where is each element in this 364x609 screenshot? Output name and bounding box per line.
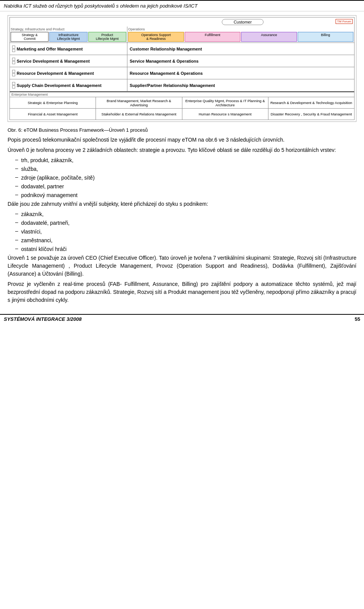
enterprise-label: Enterprise Management [10,92,354,97]
tmforum-logo: TM Forum [336,19,353,24]
marketing-cell: Marketing and Offer Management [10,43,127,55]
research-dev-cell: Research & Development & Technology Acqu… [268,97,354,108]
strategy-box-commit: Strategy &Commit [11,32,49,42]
human-resources-cell: Human Resource s Management [182,109,268,120]
stakeholder-cell: Stakeholder & External Relations Managem… [96,109,182,120]
para-1-text: Popis procesů telekomunikační společnost… [8,137,284,143]
paragraph-1: Popis procesů telekomunikační společnost… [8,136,356,144]
list-item-8: – vlastníci, [15,228,356,236]
customer-label: Customer [222,19,264,25]
ops-box-assurance: Assurance [241,32,297,42]
dash-7: – [15,219,18,225]
para-3-text: Úroveň 1 se považuje za úroveň CEO (Chie… [8,255,356,277]
list-item-6: – zákazník, [15,210,356,218]
list-text-8: vlastníci, [21,228,42,236]
supply-chain-label: Supply Chain Development & Management [17,83,102,88]
ops-label: Operations [128,27,353,31]
para-2-text: Úroveň 0 je tvořena procesy ve 2 základn… [8,147,336,153]
list-text-1: trh, produkt, zákazník, [21,156,74,164]
dash-10: – [15,245,18,251]
list-text-9: zaměstnanci, [21,237,52,245]
small-boxes-left-4 [12,82,15,89]
page-header: Nabídka ICT služeb od různých typů posky… [0,0,364,11]
list-item-5: – podnikový management [15,191,356,199]
crm-cell: Customer Relationship Management [127,43,354,55]
list-1: – trh, produkt, zákazník, – služba, – zd… [8,156,356,199]
list-text-10: ostatní klíčoví hráči [21,245,67,253]
small-box [12,70,15,73]
diagram-container: TM Forum Customer Strategy, Infrastructu… [8,15,356,122]
process-row-1: Marketing and Offer Management Customer … [10,43,354,55]
list-text-4: dodavatel, partner [21,183,64,191]
dash-8: – [15,228,18,234]
main-content: TM Forum Customer Strategy, Infrastructu… [0,11,364,310]
small-box [12,61,15,64]
small-boxes-left-3 [12,70,15,77]
process-row-3: Resource Development & Management Resour… [10,67,354,79]
resource-mgmt-cell: Resource Management & Operations [127,67,354,79]
small-box [12,73,15,76]
small-boxes-left-2 [12,58,15,65]
ops-box-fulfillment: Fulfillment [185,32,240,42]
marketing-label: Marketing and Offer Management [17,47,83,51]
ops-boxes: Operations Support& Readiness Fulfillmen… [128,32,353,42]
list-text-3: zdroje (aplikace, počítače, sítě) [21,174,95,182]
supplier-partner-label: Supplier/Partner Relationship Management [130,83,215,88]
list-item-1: – trh, produkt, zákazník, [15,156,356,164]
list-item-10: – ostatní klíčoví hráči [15,245,356,253]
dash-9: – [15,237,18,243]
caption-text: Obr. 6: eTOM Business Process Framework—… [8,127,148,133]
list-text-5: podnikový management [21,191,78,199]
ops-box-operations-support: Operations Support& Readiness [128,32,184,42]
small-box [12,82,15,85]
resource-dev-label: Resource Development & Management [17,71,94,76]
brand-management-cell: Brand Management, Market Research & Adve… [96,97,182,108]
top-sections: Strategy, Infrastructure and Product Str… [10,27,354,43]
small-boxes-left-1 [12,46,15,52]
list-item-2: – služba, [15,165,356,173]
footer-page-number: 55 [355,316,360,322]
footer-journal: SYSTÉMOVÁ INTEGRACE 3/2008 [4,316,82,322]
header-text: Nabídka ICT služeb od různých typů posky… [4,3,198,9]
strategy-boxes: Strategy &Commit InfrastructureLifecycle… [11,32,126,42]
dash-1: – [15,156,18,163]
small-box [12,85,15,88]
enterprise-row-1: Strategic & Enterprise Planning Brand Ma… [10,97,354,108]
page-footer: SYSTÉMOVÁ INTEGRACE 3/2008 55 [0,314,364,323]
paragraph-4: Provoz je vyčleněn z real-time procesů (… [8,280,356,304]
crm-label: Customer Relationship Management [130,47,202,51]
quality-mgmt-cell: Enterprise Quality Mgmt, Process & IT Pl… [182,97,268,108]
resource-mgmt-label: Resource Management & Operations [130,71,203,76]
diagram-inner: TM Forum Customer Strategy, Infrastructu… [9,17,355,120]
small-box [12,58,15,61]
resource-dev-cell: Resource Development & Management [10,67,127,79]
list-2: – zákazník, – dodavatelé, partneři, – vl… [8,210,356,253]
dash-3: – [15,174,18,180]
enterprise-section: Enterprise Management Strategic & Enterp… [10,92,354,120]
paragraph-connecting: Dále jsou zde zahrnuty vnitřní a vnější … [8,200,356,208]
supply-chain-cell: Supply Chain Development & Management [10,79,127,91]
ops-section: Operations Operations Support& Readiness… [127,27,354,43]
para-connecting-text: Dále jsou zde zahrnuty vnitřní a vnější … [8,201,208,207]
dash-6: – [15,210,18,216]
strategy-box-infrastructure: InfrastructureLifecycle Mgmt [49,32,87,42]
service-dev-label: Service Development & Management [17,59,90,63]
list-item-7: – dodavatelé, partneři, [15,219,356,227]
list-item-3: – zdroje (aplikace, počítače, sítě) [15,174,356,182]
financial-asset-cell: Financial & Asset Management [10,109,96,120]
small-box [12,46,15,49]
paragraph-2: Úroveň 0 je tvořena procesy ve 2 základn… [8,146,356,154]
strategic-planning-cell: Strategic & Enterprise Planning [10,97,96,108]
enterprise-rows: Strategic & Enterprise Planning Brand Ma… [10,97,354,120]
ops-box-billing: Billing [298,32,353,42]
strategy-box-product: ProductLifecycle Mgmt [88,32,126,42]
service-dev-cell: Service Development & Management [10,55,127,67]
dash-2: – [15,165,18,171]
list-text-7: dodavatelé, partneři, [21,219,70,227]
dash-5: – [15,191,18,197]
dash-4: – [15,183,18,189]
supplier-partner-cell: Supplier/Partner Relationship Management [127,79,354,91]
list-text-6: zákazník, [21,210,44,218]
list-text-2: služba, [21,165,38,173]
list-item-4: – dodavatel, partner [15,183,356,191]
